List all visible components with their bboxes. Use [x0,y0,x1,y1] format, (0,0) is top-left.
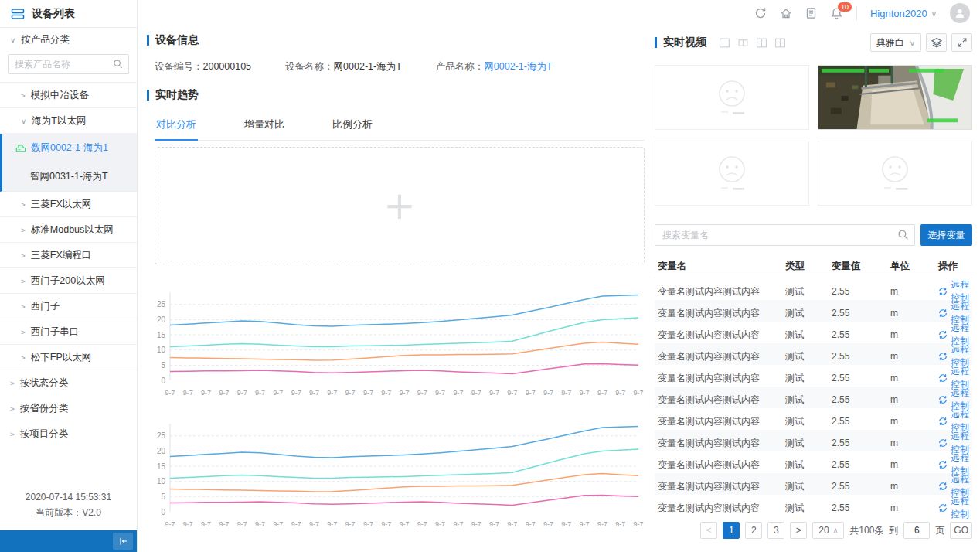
svg-text:9-7: 9-7 [543,520,553,528]
section-title-label: 实时视频 [663,36,706,49]
cell-type: 测试 [785,480,832,493]
section-marker [147,35,149,46]
device-list-icon [11,8,25,20]
svg-text:9-7: 9-7 [363,389,373,397]
tab-1[interactable]: 对比分析 [155,111,198,141]
remote-control-label: 远程控制 [951,495,972,521]
page-button-3[interactable]: 3 [767,522,784,539]
remote-control-icon [938,460,948,469]
layout-1-view-icon[interactable] [719,37,730,49]
next-page-button[interactable]: > [790,522,807,539]
svg-text:20: 20 [157,447,166,455]
sidebar-device-item[interactable]: 数网0002-1-海为1 [2,134,137,162]
sidebar-category-product[interactable]: ∨ 按产品分类 [0,28,137,51]
refresh-icon[interactable] [754,7,767,19]
layout-4-view-icon[interactable] [774,37,786,49]
video-cell-live[interactable] [818,65,972,130]
content: 设备信息 设备编号：200000105设备名称：网0002-1-海为T产品名称：… [138,26,980,552]
fullscreen-button[interactable] [951,33,972,52]
go-button[interactable]: GO [950,522,972,539]
remote-control-icon [938,503,948,513]
table-row: 变量名测试内容测试内容测试2.55m远程控制 [655,451,972,473]
cell-type: 测试 [785,285,832,298]
sidebar-item-product[interactable]: >西门子串口 [0,319,137,345]
svg-text:9-7: 9-7 [489,520,499,528]
prev-page-button[interactable]: < [700,522,717,539]
goto-suffix-label: 页 [935,524,944,537]
svg-text:9-7: 9-7 [489,389,499,397]
svg-text:9-7: 9-7 [183,389,193,397]
sidebar-item-product[interactable]: >西门子 [0,294,137,319]
trend-chart-1: 05101520259-79-79-79-79-79-79-79-79-79-7… [147,286,645,402]
variable-table-header: 变量名类型变量值单位操作 [655,255,972,278]
svg-text:9-7: 9-7 [471,389,481,397]
remote-control-link[interactable]: 远程控制 [938,495,972,521]
chevron-right-icon: > [10,431,15,438]
no-video-placeholder-icon [707,154,757,193]
tab-2[interactable]: 增量对比 [243,111,286,141]
svg-text:0: 0 [161,377,165,385]
svg-text:9-7: 9-7 [327,389,337,397]
svg-text:9-7: 9-7 [201,389,211,397]
user-menu[interactable]: Hignton2020 ∨ [870,8,937,19]
sidebar-item-label: 三菱FX编程口 [31,249,91,262]
sidebar-item-category[interactable]: >按省份分类 [0,396,137,421]
category-list: >按状态分类>按省份分类>按项目分类 [0,370,137,447]
layout-2-view-icon[interactable] [737,37,749,49]
cell-variable-name: 变量名测试内容测试内容 [658,329,785,342]
svg-text:9-7: 9-7 [453,389,463,397]
remote-control-icon [938,395,948,404]
sidebar-item-label: 标准Modbus以太网 [31,223,114,237]
page-button-2[interactable]: 2 [745,522,762,539]
sidebar-item-category[interactable]: >按项目分类 [0,421,137,447]
cell-unit: m [890,459,938,470]
svg-text:9-7: 9-7 [580,520,590,528]
sidebar-group-haiwei[interactable]: ∨ 海为T以太网 [0,108,137,134]
notification-bell-icon[interactable]: 10 [830,7,843,20]
page-button-1[interactable]: 1 [723,522,740,539]
goto-page-input[interactable] [903,522,930,539]
sidebar-item-product[interactable]: >三菱FX编程口 [0,243,137,268]
tab-3[interactable]: 比例分析 [331,111,374,141]
no-video-placeholder-icon [870,154,920,193]
layout-3-view-icon[interactable] [756,37,767,49]
sidebar-item-category[interactable]: >按状态分类 [0,370,137,396]
chevron-down-icon: ∨ [21,117,26,124]
sidebar-item-mock[interactable]: > 模拟中冶设备 [0,83,137,108]
cell-type: 测试 [785,350,832,363]
layers-button[interactable] [926,33,947,52]
video-cell-empty-1[interactable] [655,65,809,130]
cell-value: 2.55 [832,416,890,427]
cell-type: 测试 [785,502,832,515]
variable-search-input[interactable] [655,224,915,246]
select-variable-button[interactable]: 选择变量 [920,224,972,246]
video-cell-empty-2[interactable] [655,141,809,206]
collapse-sidebar-button[interactable] [113,533,133,550]
page-size-select[interactable]: 20∧ [812,522,844,539]
product-search-input[interactable] [8,54,129,74]
video-cell-empty-3[interactable] [818,141,972,206]
svg-text:9-7: 9-7 [219,389,229,397]
svg-text:9-7: 9-7 [309,389,319,397]
svg-text:9-7: 9-7 [399,520,409,528]
sidebar-item-label: 按省份分类 [20,402,69,415]
field-value-link[interactable]: 网0002-1-海为T [484,61,552,72]
remote-control-icon [938,373,948,383]
svg-text:25: 25 [157,431,166,440]
add-chart-dropzone[interactable]: + [155,147,645,264]
cell-type: 测试 [785,437,832,450]
avatar[interactable] [950,3,970,23]
document-icon[interactable] [805,7,817,19]
field-label: 设备名称： [285,61,334,72]
sidebar-item-product[interactable]: >松下FP以太网 [0,345,137,370]
svg-text:9-7: 9-7 [615,389,625,397]
home-icon[interactable] [780,7,792,19]
svg-text:9-7: 9-7 [543,389,553,397]
theme-select[interactable]: 典雅白 ∨ [870,33,921,52]
sidebar-title: 设备列表 [32,7,75,21]
cell-unit: m [890,416,938,427]
sidebar-item-product[interactable]: >标准Modbus以太网 [0,217,137,243]
sidebar-item-product[interactable]: >西门子200以太网 [0,268,137,294]
sidebar-device-item[interactable]: 智网0031-1-海为T [2,162,137,191]
sidebar-item-product[interactable]: >三菱FX以太网 [0,192,137,217]
